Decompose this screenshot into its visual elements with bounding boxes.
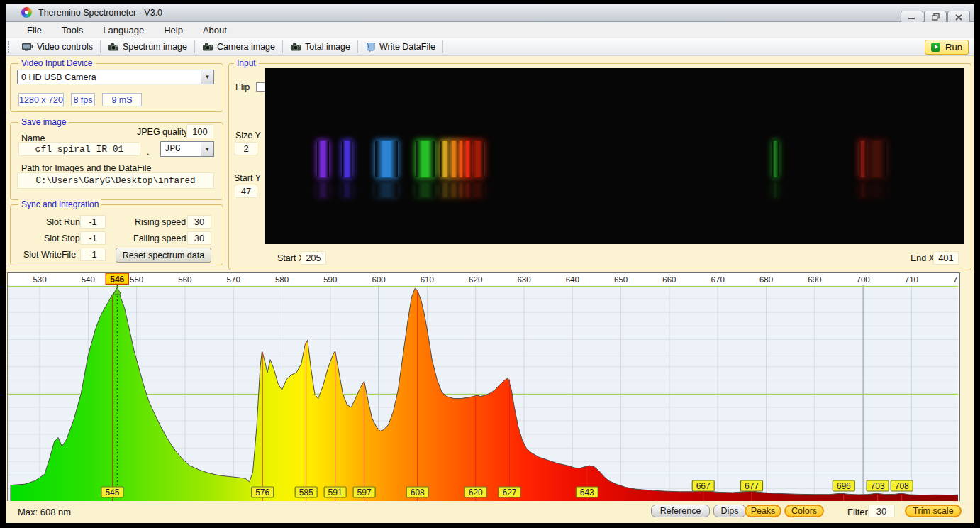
spectral-band xyxy=(472,141,484,177)
slot-stop-label: Slot Stop xyxy=(44,233,80,243)
falling-speed-label: Falling speed xyxy=(133,233,186,243)
toolbar-grip[interactable] xyxy=(8,41,12,53)
toolbar-button-write-datafile[interactable]: Write DataFile xyxy=(360,40,441,54)
spectral-band xyxy=(440,141,450,177)
frame-right xyxy=(974,0,980,528)
axis-tick-label: 710 xyxy=(905,275,918,284)
format-select[interactable]: JPG ▼ xyxy=(160,141,214,157)
spectral-band xyxy=(859,183,867,197)
video-stat-badge: 1280 x 720 xyxy=(18,93,64,106)
spectral-band xyxy=(867,141,886,177)
slot-stop-field[interactable]: -1 xyxy=(80,231,106,245)
run-button[interactable]: Run xyxy=(925,40,969,55)
spectral-band xyxy=(450,183,458,197)
peak-label-text: 696 xyxy=(837,481,851,491)
toolbar-separator xyxy=(442,40,443,53)
chevron-down-icon[interactable]: ▼ xyxy=(201,70,213,84)
slot-writefile-label: Slot WriteFile xyxy=(23,250,76,260)
play-icon xyxy=(931,43,940,52)
size-y-label: Size Y xyxy=(235,131,261,141)
spectral-band xyxy=(375,183,398,197)
peak-label-text: 576 xyxy=(255,488,269,497)
video-stat-badge: 9 mS xyxy=(102,93,142,106)
spectral-band xyxy=(416,183,435,197)
jpeg-quality-field[interactable]: 100 xyxy=(186,124,213,138)
menu-item-help[interactable]: Help xyxy=(154,23,193,38)
peak-label-text: 708 xyxy=(895,481,909,491)
axis-tick-label: 690 xyxy=(808,275,821,284)
spectrum-chart-svg[interactable]: 5305405505605705805906006106206306406506… xyxy=(8,273,958,504)
peaks-button[interactable]: Peaks xyxy=(745,505,781,517)
toolbar-button-video-controls[interactable]: Video controls xyxy=(16,40,99,54)
axis-tick-label: 550 xyxy=(130,275,143,284)
spectral-band xyxy=(772,141,779,177)
slot-writefile-field[interactable]: -1 xyxy=(80,248,106,261)
toolbar-button-spectrum-image[interactable]: Spectrum image xyxy=(102,40,193,53)
colors-button[interactable]: Colors xyxy=(784,505,824,517)
file-name-field[interactable]: cfl spiral IR_01 xyxy=(18,142,140,156)
toolbar-separator xyxy=(194,40,195,53)
end-x-field[interactable]: 401 xyxy=(933,251,959,265)
toolbar-separator xyxy=(282,40,283,53)
trim-scale-button[interactable]: Trim scale xyxy=(905,505,962,517)
peak-label-text: 591 xyxy=(328,488,343,497)
frame-top xyxy=(0,0,980,4)
video-device-select[interactable]: 0 HD USB Camera ▼ xyxy=(17,70,214,84)
spectral-band xyxy=(342,183,352,197)
reset-spectrum-button[interactable]: Reset spectrum data xyxy=(116,248,211,263)
spectral-band xyxy=(440,183,450,197)
camera-spectrum-image[interactable] xyxy=(265,68,964,244)
slot-run-field[interactable]: -1 xyxy=(80,215,106,229)
toolbar-button-total-image[interactable]: Total image xyxy=(284,40,356,53)
video-input-group-title: Video Input Device xyxy=(18,58,96,68)
menu-item-tools[interactable]: Tools xyxy=(52,23,93,38)
peak-label-text: 677 xyxy=(745,481,759,491)
axis-tick-label: 640 xyxy=(566,275,579,284)
axis-tick-label: 610 xyxy=(421,275,434,284)
dot-label: . xyxy=(147,147,149,157)
start-x-field[interactable]: 205 xyxy=(301,251,326,265)
axis-tick-label: 660 xyxy=(662,275,676,284)
menu-item-file[interactable]: File xyxy=(17,23,52,38)
menu-item-language[interactable]: Language xyxy=(93,23,154,38)
axis-tick-label: 590 xyxy=(323,275,337,284)
rising-speed-field[interactable]: 30 xyxy=(187,215,211,229)
peak-label-text: 627 xyxy=(502,488,516,497)
save-image-group-title: Save image xyxy=(18,117,69,127)
frame-bottom xyxy=(0,523,980,528)
spectral-band xyxy=(342,141,352,177)
spectrum-chart[interactable]: 5305405505605705805906006106206306406506… xyxy=(7,272,960,506)
toolbar-button-camera-image[interactable]: Camera image xyxy=(196,40,281,53)
chevron-down-icon[interactable]: ▼ xyxy=(201,142,213,156)
toolbar: Video controlsSpectrum imageCamera image… xyxy=(6,38,974,56)
camera-icon xyxy=(202,42,213,52)
spectral-band xyxy=(772,183,779,197)
toolbar-button-label: Total image xyxy=(305,42,350,52)
size-y-field[interactable]: 2 xyxy=(235,142,257,155)
path-field[interactable]: C:\Users\GaryG\Desktop\infared xyxy=(17,172,214,189)
peak-label-text: 585 xyxy=(299,488,313,497)
peak-label-text: 597 xyxy=(357,488,372,497)
spectral-band xyxy=(458,141,464,177)
spectral-band xyxy=(472,183,484,197)
toolbar-separator xyxy=(357,40,358,53)
run-button-label: Run xyxy=(945,42,962,53)
spectral-band xyxy=(450,141,458,177)
toolbar-button-label: Write DataFile xyxy=(379,42,435,52)
start-y-field[interactable]: 47 xyxy=(235,185,257,198)
video-controls-icon xyxy=(21,42,33,53)
input-group-title: Input xyxy=(234,58,259,68)
peak-label-text: 703 xyxy=(871,481,885,491)
menu-item-about[interactable]: About xyxy=(193,23,237,38)
axis-tick-label: 630 xyxy=(517,275,530,284)
falling-speed-field[interactable]: 30 xyxy=(187,231,211,245)
camera-icon xyxy=(290,42,301,52)
spectral-band xyxy=(317,183,329,197)
camera-icon xyxy=(108,42,119,52)
reference-button[interactable]: Reference xyxy=(651,505,710,517)
dips-button[interactable]: Dips xyxy=(713,505,746,517)
scroll-icon xyxy=(365,42,376,53)
spectral-band xyxy=(464,183,472,197)
toolbar-button-label: Video controls xyxy=(37,42,93,52)
filter-field[interactable]: 30 xyxy=(868,505,895,517)
